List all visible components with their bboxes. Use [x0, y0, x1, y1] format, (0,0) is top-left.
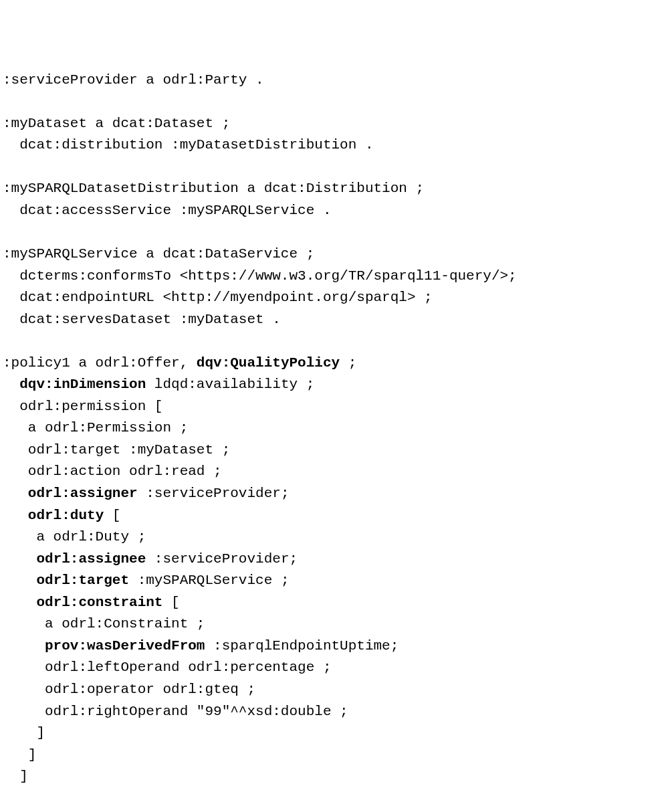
code-segment: dqv:QualityPolicy	[197, 355, 340, 371]
code-line: a odrl:Permission ;	[3, 417, 669, 439]
code-segment	[3, 377, 19, 392]
code-segment: a odrl:Permission ;	[3, 420, 188, 435]
code-segment	[3, 573, 36, 588]
code-segment: prov:wasDerivedFrom	[45, 638, 205, 654]
code-line: dqv:inDimension ldqd:availability ;	[3, 374, 669, 396]
code-line: :myDataset a dcat:Dataset ;	[3, 113, 669, 135]
code-line: :serviceProvider a odrl:Party .	[3, 70, 669, 92]
code-line: a odrl:Constraint ;	[3, 613, 669, 635]
code-line: :policy1 a odrl:Offer, dqv:QualityPolicy…	[3, 353, 669, 375]
code-line: :mySPARQLService a dcat:DataService ;	[3, 243, 669, 266]
code-line: odrl:operator odrl:gteq ;	[3, 679, 669, 701]
code-segment: :sparqlEndpointUptime;	[205, 638, 399, 654]
code-segment: odrl:target :myDataset ;	[3, 442, 230, 458]
code-line: odrl:constraint [	[3, 592, 669, 614]
code-segment: odrl:rightOperand "99"^^xsd:double ;	[3, 704, 348, 719]
code-segment: :serviceProvider;	[138, 486, 290, 501]
code-line: odrl:rightOperand "99"^^xsd:double ;	[3, 701, 669, 723]
code-line: odrl:assigner :serviceProvider;	[3, 483, 669, 505]
code-segment: odrl:operator odrl:gteq ;	[3, 682, 255, 697]
code-segment: dcat:endpointURL <http://myendpoint.org/…	[3, 290, 433, 305]
code-line: ]	[3, 722, 669, 745]
code-segment	[3, 638, 45, 654]
code-segment	[3, 595, 36, 610]
code-segment: ;	[340, 355, 356, 371]
code-line: odrl:assignee :serviceProvider;	[3, 549, 669, 571]
code-segment: dcat:accessService :mySPARQLService .	[3, 203, 331, 218]
code-line	[3, 330, 669, 353]
code-segment	[3, 486, 28, 501]
code-line: odrl:action odrl:read ;	[3, 461, 669, 483]
code-segment: odrl:assignee	[36, 551, 146, 567]
code-segment	[3, 508, 28, 523]
code-segment: :policy1 a odrl:Offer,	[3, 355, 197, 371]
code-segment: [	[104, 508, 120, 523]
code-line: a odrl:Duty ;	[3, 526, 669, 549]
code-segment	[3, 551, 36, 567]
code-segment: :mySPARQLService a dcat:DataService ;	[3, 246, 314, 262]
code-line: prov:wasDerivedFrom :sparqlEndpointUptim…	[3, 635, 669, 658]
code-segment: odrl:duty	[28, 508, 104, 523]
code-line: ]	[3, 766, 669, 788]
code-segment: dqv:inDimension	[19, 377, 146, 392]
code-line: ]	[3, 745, 669, 767]
code-segment: dcat:servesDataset :myDataset .	[3, 312, 281, 327]
code-line	[3, 91, 669, 113]
code-block: :serviceProvider a odrl:Party . :myDatas…	[3, 70, 669, 788]
code-line	[3, 221, 669, 243]
code-segment: :serviceProvider a odrl:Party .	[3, 72, 264, 88]
code-segment: :mySPARQLService ;	[129, 573, 289, 588]
code-segment: [	[162, 595, 179, 610]
code-segment: a odrl:Duty ;	[3, 529, 146, 545]
code-line: dcat:accessService :mySPARQLService .	[3, 200, 669, 222]
code-line: odrl:permission [	[3, 396, 669, 418]
code-segment: odrl:target	[36, 573, 129, 588]
code-segment: odrl:action odrl:read ;	[3, 464, 222, 479]
code-line: dcat:servesDataset :myDataset .	[3, 309, 669, 331]
code-line: dcat:distribution :myDatasetDistribution…	[3, 134, 669, 157]
code-line	[3, 157, 669, 179]
code-segment: ]	[3, 725, 45, 741]
code-segment: odrl:leftOperand odrl:percentage ;	[3, 660, 331, 675]
code-line: dcterms:conformsTo <https://www.w3.org/T…	[3, 266, 669, 288]
code-segment: :serviceProvider;	[146, 551, 298, 567]
code-segment: dcterms:conformsTo <https://www.w3.org/T…	[3, 268, 517, 284]
code-segment: odrl:assigner	[28, 486, 138, 501]
code-line: odrl:target :myDataset ;	[3, 439, 669, 462]
code-segment: a odrl:Constraint ;	[3, 616, 205, 631]
code-line: odrl:leftOperand odrl:percentage ;	[3, 657, 669, 679]
code-segment: odrl:constraint	[36, 595, 162, 610]
code-segment: dcat:distribution :myDatasetDistribution…	[3, 137, 374, 153]
code-segment: ]	[3, 769, 28, 784]
code-line: odrl:target :mySPARQLService ;	[3, 570, 669, 592]
code-line: :mySPARQLDatasetDistribution a dcat:Dist…	[3, 178, 669, 200]
code-segment: odrl:permission [	[3, 399, 162, 414]
code-segment: ldqd:availability ;	[146, 377, 314, 392]
code-segment: :mySPARQLDatasetDistribution a dcat:Dist…	[3, 181, 424, 196]
code-line: dcat:endpointURL <http://myendpoint.org/…	[3, 287, 669, 309]
code-segment: ]	[3, 747, 36, 763]
code-line: odrl:duty [	[3, 505, 669, 527]
code-segment: :myDataset a dcat:Dataset ;	[3, 116, 230, 131]
